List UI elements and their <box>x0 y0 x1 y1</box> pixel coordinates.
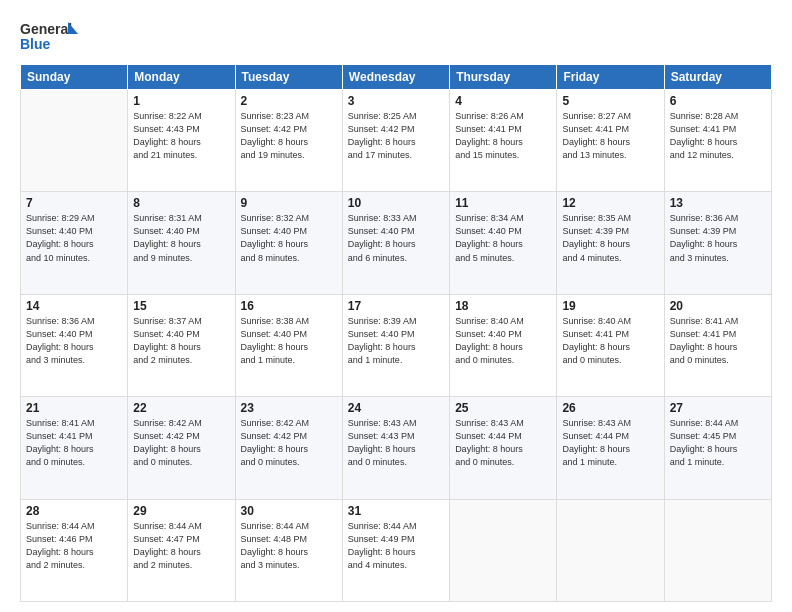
day-number: 12 <box>562 196 658 210</box>
day-info: Sunrise: 8:36 AM Sunset: 4:39 PM Dayligh… <box>670 212 766 264</box>
week-row-4: 21Sunrise: 8:41 AM Sunset: 4:41 PM Dayli… <box>21 397 772 499</box>
day-number: 11 <box>455 196 551 210</box>
day-number: 23 <box>241 401 337 415</box>
logo: GeneralBlue <box>20 18 80 54</box>
calendar-cell: 30Sunrise: 8:44 AM Sunset: 4:48 PM Dayli… <box>235 499 342 601</box>
calendar-body: 1Sunrise: 8:22 AM Sunset: 4:43 PM Daylig… <box>21 90 772 602</box>
calendar-table: SundayMondayTuesdayWednesdayThursdayFrid… <box>20 64 772 602</box>
calendar-cell <box>664 499 771 601</box>
day-number: 25 <box>455 401 551 415</box>
calendar-cell: 24Sunrise: 8:43 AM Sunset: 4:43 PM Dayli… <box>342 397 449 499</box>
calendar-cell: 14Sunrise: 8:36 AM Sunset: 4:40 PM Dayli… <box>21 294 128 396</box>
day-info: Sunrise: 8:28 AM Sunset: 4:41 PM Dayligh… <box>670 110 766 162</box>
page: GeneralBlue SundayMondayTuesdayWednesday… <box>0 0 792 612</box>
day-info: Sunrise: 8:44 AM Sunset: 4:48 PM Dayligh… <box>241 520 337 572</box>
day-info: Sunrise: 8:42 AM Sunset: 4:42 PM Dayligh… <box>133 417 229 469</box>
day-info: Sunrise: 8:44 AM Sunset: 4:47 PM Dayligh… <box>133 520 229 572</box>
calendar-cell: 13Sunrise: 8:36 AM Sunset: 4:39 PM Dayli… <box>664 192 771 294</box>
day-info: Sunrise: 8:42 AM Sunset: 4:42 PM Dayligh… <box>241 417 337 469</box>
calendar-cell: 21Sunrise: 8:41 AM Sunset: 4:41 PM Dayli… <box>21 397 128 499</box>
day-number: 28 <box>26 504 122 518</box>
calendar-cell: 3Sunrise: 8:25 AM Sunset: 4:42 PM Daylig… <box>342 90 449 192</box>
day-number: 1 <box>133 94 229 108</box>
header-day-saturday: Saturday <box>664 65 771 90</box>
day-number: 13 <box>670 196 766 210</box>
day-info: Sunrise: 8:44 AM Sunset: 4:49 PM Dayligh… <box>348 520 444 572</box>
day-info: Sunrise: 8:38 AM Sunset: 4:40 PM Dayligh… <box>241 315 337 367</box>
day-number: 16 <box>241 299 337 313</box>
day-info: Sunrise: 8:40 AM Sunset: 4:40 PM Dayligh… <box>455 315 551 367</box>
header-day-monday: Monday <box>128 65 235 90</box>
day-number: 19 <box>562 299 658 313</box>
day-info: Sunrise: 8:37 AM Sunset: 4:40 PM Dayligh… <box>133 315 229 367</box>
day-number: 24 <box>348 401 444 415</box>
day-info: Sunrise: 8:26 AM Sunset: 4:41 PM Dayligh… <box>455 110 551 162</box>
day-info: Sunrise: 8:43 AM Sunset: 4:44 PM Dayligh… <box>455 417 551 469</box>
header: GeneralBlue <box>20 18 772 54</box>
calendar-cell: 16Sunrise: 8:38 AM Sunset: 4:40 PM Dayli… <box>235 294 342 396</box>
calendar-cell: 28Sunrise: 8:44 AM Sunset: 4:46 PM Dayli… <box>21 499 128 601</box>
day-number: 30 <box>241 504 337 518</box>
day-number: 17 <box>348 299 444 313</box>
calendar-cell: 25Sunrise: 8:43 AM Sunset: 4:44 PM Dayli… <box>450 397 557 499</box>
day-number: 6 <box>670 94 766 108</box>
day-number: 3 <box>348 94 444 108</box>
calendar-cell: 9Sunrise: 8:32 AM Sunset: 4:40 PM Daylig… <box>235 192 342 294</box>
calendar-cell: 4Sunrise: 8:26 AM Sunset: 4:41 PM Daylig… <box>450 90 557 192</box>
day-number: 29 <box>133 504 229 518</box>
week-row-5: 28Sunrise: 8:44 AM Sunset: 4:46 PM Dayli… <box>21 499 772 601</box>
header-day-tuesday: Tuesday <box>235 65 342 90</box>
svg-text:Blue: Blue <box>20 36 51 52</box>
header-day-wednesday: Wednesday <box>342 65 449 90</box>
day-number: 31 <box>348 504 444 518</box>
day-info: Sunrise: 8:35 AM Sunset: 4:39 PM Dayligh… <box>562 212 658 264</box>
calendar-cell: 18Sunrise: 8:40 AM Sunset: 4:40 PM Dayli… <box>450 294 557 396</box>
day-number: 15 <box>133 299 229 313</box>
calendar-cell: 29Sunrise: 8:44 AM Sunset: 4:47 PM Dayli… <box>128 499 235 601</box>
day-number: 7 <box>26 196 122 210</box>
day-info: Sunrise: 8:44 AM Sunset: 4:45 PM Dayligh… <box>670 417 766 469</box>
calendar-cell: 12Sunrise: 8:35 AM Sunset: 4:39 PM Dayli… <box>557 192 664 294</box>
logo-svg: GeneralBlue <box>20 18 80 54</box>
calendar-cell: 26Sunrise: 8:43 AM Sunset: 4:44 PM Dayli… <box>557 397 664 499</box>
day-info: Sunrise: 8:43 AM Sunset: 4:43 PM Dayligh… <box>348 417 444 469</box>
calendar-cell <box>21 90 128 192</box>
day-number: 26 <box>562 401 658 415</box>
day-number: 14 <box>26 299 122 313</box>
day-info: Sunrise: 8:31 AM Sunset: 4:40 PM Dayligh… <box>133 212 229 264</box>
calendar-cell: 23Sunrise: 8:42 AM Sunset: 4:42 PM Dayli… <box>235 397 342 499</box>
day-info: Sunrise: 8:41 AM Sunset: 4:41 PM Dayligh… <box>670 315 766 367</box>
day-info: Sunrise: 8:34 AM Sunset: 4:40 PM Dayligh… <box>455 212 551 264</box>
day-number: 20 <box>670 299 766 313</box>
calendar-cell: 15Sunrise: 8:37 AM Sunset: 4:40 PM Dayli… <box>128 294 235 396</box>
calendar-cell: 5Sunrise: 8:27 AM Sunset: 4:41 PM Daylig… <box>557 90 664 192</box>
calendar-cell: 6Sunrise: 8:28 AM Sunset: 4:41 PM Daylig… <box>664 90 771 192</box>
calendar-cell: 10Sunrise: 8:33 AM Sunset: 4:40 PM Dayli… <box>342 192 449 294</box>
day-info: Sunrise: 8:27 AM Sunset: 4:41 PM Dayligh… <box>562 110 658 162</box>
day-info: Sunrise: 8:29 AM Sunset: 4:40 PM Dayligh… <box>26 212 122 264</box>
day-number: 18 <box>455 299 551 313</box>
day-number: 10 <box>348 196 444 210</box>
header-row: SundayMondayTuesdayWednesdayThursdayFrid… <box>21 65 772 90</box>
calendar-cell: 8Sunrise: 8:31 AM Sunset: 4:40 PM Daylig… <box>128 192 235 294</box>
calendar-cell: 31Sunrise: 8:44 AM Sunset: 4:49 PM Dayli… <box>342 499 449 601</box>
day-info: Sunrise: 8:36 AM Sunset: 4:40 PM Dayligh… <box>26 315 122 367</box>
calendar-cell: 1Sunrise: 8:22 AM Sunset: 4:43 PM Daylig… <box>128 90 235 192</box>
calendar-cell: 19Sunrise: 8:40 AM Sunset: 4:41 PM Dayli… <box>557 294 664 396</box>
svg-text:General: General <box>20 21 72 37</box>
calendar-cell: 22Sunrise: 8:42 AM Sunset: 4:42 PM Dayli… <box>128 397 235 499</box>
week-row-1: 1Sunrise: 8:22 AM Sunset: 4:43 PM Daylig… <box>21 90 772 192</box>
day-info: Sunrise: 8:25 AM Sunset: 4:42 PM Dayligh… <box>348 110 444 162</box>
day-number: 2 <box>241 94 337 108</box>
header-day-sunday: Sunday <box>21 65 128 90</box>
day-info: Sunrise: 8:40 AM Sunset: 4:41 PM Dayligh… <box>562 315 658 367</box>
day-number: 21 <box>26 401 122 415</box>
day-info: Sunrise: 8:44 AM Sunset: 4:46 PM Dayligh… <box>26 520 122 572</box>
day-number: 4 <box>455 94 551 108</box>
day-number: 27 <box>670 401 766 415</box>
day-number: 9 <box>241 196 337 210</box>
day-info: Sunrise: 8:41 AM Sunset: 4:41 PM Dayligh… <box>26 417 122 469</box>
calendar-cell: 2Sunrise: 8:23 AM Sunset: 4:42 PM Daylig… <box>235 90 342 192</box>
day-info: Sunrise: 8:22 AM Sunset: 4:43 PM Dayligh… <box>133 110 229 162</box>
day-number: 5 <box>562 94 658 108</box>
